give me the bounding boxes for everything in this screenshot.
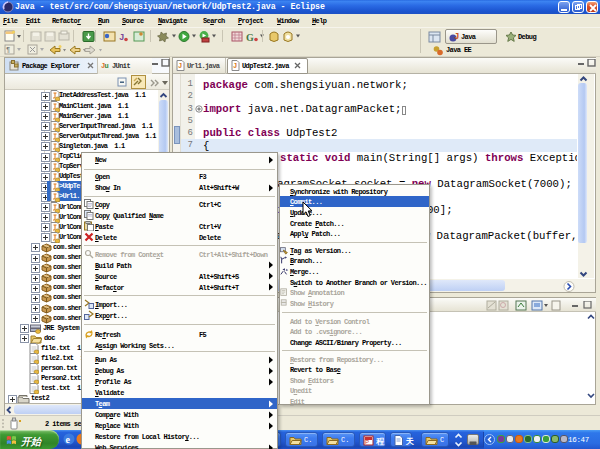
svg-text:¶: ¶	[6, 46, 10, 54]
svg-text:J: J	[454, 32, 459, 42]
svg-text:e: e	[66, 434, 71, 445]
svg-text:J: J	[178, 62, 182, 70]
svg-text:J: J	[233, 62, 237, 70]
svg-text:P: P	[365, 439, 369, 445]
svg-text:G: G	[246, 32, 254, 43]
svg-text:J: J	[119, 33, 124, 43]
